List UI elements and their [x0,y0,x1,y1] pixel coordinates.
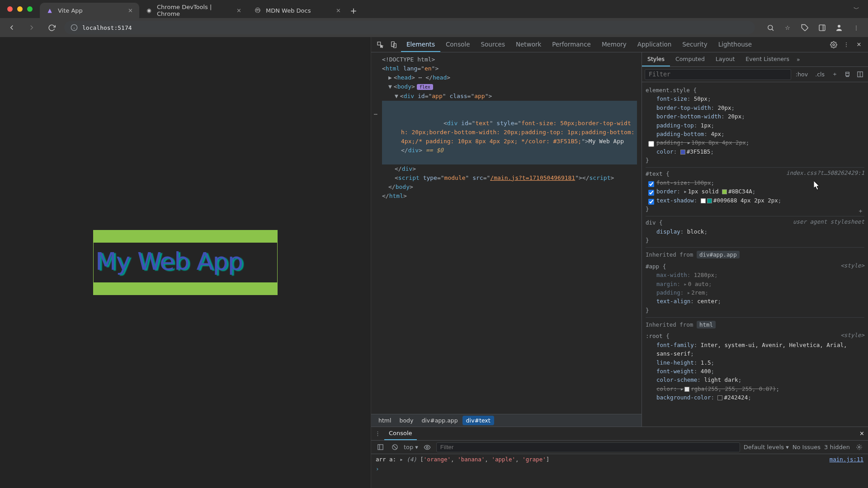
rule-ua-div[interactable]: user agent stylesheet div { display: blo… [646,216,864,248]
tab-close-icon[interactable]: ✕ [236,7,241,14]
reload-button[interactable] [44,20,59,35]
new-rule-icon[interactable]: ＋ [829,69,840,80]
devtools-tabs: Elements Console Sources Network Perform… [401,37,757,52]
chevron-down-icon[interactable]: ﹀ [849,2,863,16]
styles-tab-listeners[interactable]: Event Listeners [740,52,795,66]
svg-rect-5 [819,25,825,31]
issues-button[interactable]: No Issues [793,444,821,450]
console-settings-icon[interactable] [854,442,864,453]
devtools-tab-security[interactable]: Security [677,37,712,52]
rule-root[interactable]: <style> :root { font-family: Inter, syst… [646,330,864,404]
browser-tab-strip: ▲ Vite App ✕ ◉ Chrome DevTools | Chrome … [0,0,868,18]
decl-checkbox[interactable] [648,181,654,187]
svg-rect-13 [846,76,849,77]
back-button[interactable] [5,20,19,35]
color-swatch[interactable] [707,198,712,203]
print-icon[interactable] [842,69,853,80]
dom-selected-node[interactable]: ⋯ <div id="text" style="font-size: 50px;… [382,101,637,164]
live-expression-icon[interactable] [422,442,433,453]
browser-tab[interactable]: ◉ Chrome DevTools | Chrome ✕ [139,3,248,18]
dom-tree[interactable]: <!DOCTYPE html> <html lang="en"> ▶<head>… [371,52,642,414]
browser-tab[interactable]: ▲ Vite App ✕ [40,3,139,18]
flex-badge[interactable]: flex [417,84,433,90]
site-info-icon[interactable] [71,24,78,31]
console-context[interactable]: top ▾ [404,444,418,450]
styles-rules[interactable]: element.style { font-size: 50px; border-… [642,82,868,427]
sidepanel-icon[interactable] [815,20,829,35]
rule-element-style[interactable]: element.style { font-size: 50px; border-… [646,84,864,168]
decl-checkbox[interactable] [648,190,654,196]
crumb[interactable]: div#app.app [418,416,461,425]
devtools-tab-network[interactable]: Network [510,37,547,52]
dom-node[interactable]: <!DOCTYPE html> [382,56,435,63]
styles-tab-computed[interactable]: Computed [670,52,710,66]
tab-close-icon[interactable]: ✕ [336,7,341,14]
forward-button[interactable] [24,20,39,35]
devtools-tab-performance[interactable]: Performance [547,37,596,52]
devtools-panel: Elements Console Sources Network Perform… [371,37,868,488]
devtools-tab-lighthouse[interactable]: Lighthouse [713,37,757,52]
drawer-tab-console[interactable]: Console [384,427,417,440]
styles-tab-styles[interactable]: Styles [642,52,670,66]
rule-origin[interactable]: index.css?t…508262429:1 [786,169,864,177]
styles-filter-input[interactable] [645,69,791,80]
drawer-menu-icon[interactable]: ⋮ [375,430,381,437]
console-source-link[interactable]: main.js:11 [830,456,863,463]
console-sidebar-icon[interactable] [375,442,386,453]
devtools-tab-memory[interactable]: Memory [596,37,632,52]
svg-rect-16 [377,445,382,450]
log-levels[interactable]: Default levels ▾ [744,444,789,450]
bookmark-icon[interactable]: ☆ [780,20,795,35]
svg-line-19 [393,446,396,449]
console-log-row[interactable]: arr a: ▸ (4) ['orange', 'banana', 'apple… [376,456,863,463]
svg-rect-10 [393,43,396,47]
devtools-close-icon[interactable]: ✕ [853,38,865,51]
extensions-icon[interactable] [797,20,812,35]
inspect-element-icon[interactable] [374,38,387,51]
color-swatch[interactable] [680,150,685,155]
hov-toggle[interactable]: :hov [793,71,811,78]
computed-toggle-icon[interactable] [854,69,865,80]
rule-origin[interactable]: <style> [840,331,864,339]
color-swatch[interactable] [717,395,722,400]
device-toolbar-icon[interactable] [387,38,400,51]
crumb[interactable]: body [396,416,417,425]
drawer-close-icon[interactable]: ✕ [859,430,864,437]
shadow-editor-icon[interactable] [701,198,706,203]
clear-console-icon[interactable] [389,442,400,453]
hidden-count[interactable]: 3 hidden [824,444,850,450]
window-minimize-button[interactable] [17,6,23,12]
decl-checkbox[interactable] [648,199,654,205]
color-swatch[interactable] [722,189,727,194]
menu-icon[interactable]: ⋮ [849,20,863,35]
devtools-settings-icon[interactable] [827,38,840,51]
devtools-tab-console[interactable]: Console [440,37,476,52]
browser-tab[interactable]: ⓜ MDN Web Docs ✕ [248,3,347,18]
new-tab-button[interactable]: + [347,3,360,18]
styles-tab-layout[interactable]: Layout [710,52,741,66]
zoom-icon[interactable] [763,20,778,35]
color-swatch[interactable] [684,387,689,392]
rule-app[interactable]: <style> #app { max-width: 1280px; margin… [646,260,864,318]
devtools-more-icon[interactable]: ⋮ [840,38,853,51]
profile-icon[interactable] [832,20,846,35]
crumb[interactable]: html [375,416,395,425]
window-close-button[interactable] [7,6,13,12]
decl-checkbox[interactable] [648,141,654,147]
rule-origin[interactable]: <style> [840,261,864,270]
console-prompt[interactable]: › [376,463,863,472]
tab-close-icon[interactable]: ✕ [128,7,133,14]
cls-toggle[interactable]: .cls [812,71,827,78]
chevron-down-icon: ▾ [415,444,418,450]
devtools-tab-application[interactable]: Application [632,37,677,52]
styles-more-icon[interactable]: » [797,56,800,63]
console-filter-input[interactable] [436,442,740,452]
crumb[interactable]: div#text [462,416,494,425]
rule-text[interactable]: index.css?t…508262429:1 #text { font-siz… [646,168,864,216]
add-decl-icon[interactable]: ＋ [858,206,863,215]
devtools-tab-sources[interactable]: Sources [476,37,510,52]
address-bar[interactable]: localhost:5174 [64,21,755,34]
devtools-tab-elements[interactable]: Elements [401,37,440,52]
window-fullscreen-button[interactable] [27,6,33,12]
dom-ellipsis-icon[interactable]: ⋯ [374,110,377,119]
